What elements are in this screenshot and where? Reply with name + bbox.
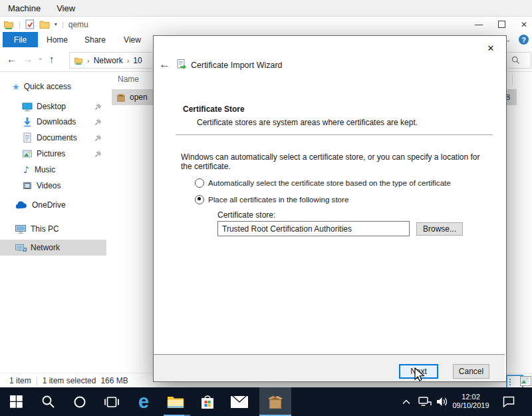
sidebar-item-downloads[interactable]: Downloads [0, 114, 106, 130]
this-pc-icon [15, 224, 27, 234]
back-button[interactable]: ← [7, 54, 17, 64]
file-explorer-taskbar-icon[interactable] [160, 387, 192, 416]
sidebar-item-label: Desktop [37, 102, 66, 111]
tab-view[interactable]: View [117, 32, 148, 47]
certificate-wizard-taskbar-icon[interactable] [259, 387, 291, 416]
clock[interactable]: 12:02 09/10/2019 [450, 393, 492, 410]
radio-label: Place all certificates in the following … [208, 195, 348, 204]
search-icon [511, 56, 520, 65]
network-share-icon [3, 19, 14, 30]
qat-customize-dropdown-icon[interactable]: ▾ [55, 21, 57, 27]
address-location-icon [74, 56, 83, 65]
start-button[interactable] [0, 387, 32, 416]
up-button[interactable]: ↑ [49, 54, 55, 64]
radio-automatic-store[interactable]: Automatically select the certificate sto… [195, 178, 451, 188]
quick-access-star-icon: ★ [12, 82, 20, 92]
tab-share[interactable]: Share [79, 32, 111, 47]
certificate-store-field[interactable] [217, 221, 410, 236]
sidebar-item-label: Documents [37, 133, 77, 142]
tab-file[interactable]: File [3, 32, 38, 47]
sidebar-item-documents[interactable]: Documents [0, 130, 106, 146]
file-item-row[interactable]: open [112, 89, 157, 105]
close-window-button[interactable]: ✕ [513, 17, 532, 32]
pin-icon [94, 118, 102, 126]
radio-unchecked-icon [195, 178, 204, 188]
pin-icon [94, 134, 102, 142]
downloads-icon [22, 116, 33, 127]
crumb-separator-icon: › [127, 57, 130, 65]
cortana-button[interactable] [64, 387, 96, 416]
music-note-icon: ♪ [23, 164, 29, 175]
help-button[interactable]: ? [519, 35, 529, 45]
package-file-icon [116, 93, 126, 103]
sidebar-item-videos[interactable]: Videos [0, 178, 106, 194]
pin-icon [94, 103, 102, 110]
task-view-button[interactable] [96, 387, 128, 416]
browse-button[interactable]: Browse... [416, 222, 463, 236]
selection-size: 166 MB [100, 376, 128, 385]
breadcrumb-network[interactable]: Network [94, 56, 123, 65]
selection-count: 1 item selected [43, 376, 96, 385]
radio-checked-icon [195, 195, 204, 204]
sidebar-item-desktop[interactable]: Desktop [0, 99, 106, 114]
sidebar-item-label: Music [35, 165, 55, 174]
status-divider [37, 377, 37, 385]
forward-button[interactable]: → [23, 54, 33, 64]
pictures-icon [22, 148, 33, 159]
taskbar: e 12:02 09/10/2019 [0, 387, 532, 416]
screen: { "vm_menu": { "machine": "Machine", "vi… [0, 0, 532, 416]
sidebar-item-this-pc[interactable]: This PC [0, 221, 106, 237]
properties-qat-icon[interactable] [25, 19, 35, 29]
window-title: qemu [68, 20, 88, 29]
tab-home[interactable]: Home [41, 32, 73, 47]
maximize-button[interactable] [490, 17, 513, 32]
documents-icon [22, 132, 33, 143]
tray-volume-icon[interactable] [434, 387, 451, 416]
certificate-store-label: Certificate store: [217, 210, 275, 220]
sidebar-item-label: Pictures [37, 149, 65, 158]
sidebar-item-music[interactable]: ♪ Music [0, 162, 106, 178]
vm-menu-machine[interactable]: Machine [0, 0, 49, 16]
breadcrumb-host[interactable]: 10 [133, 56, 142, 65]
sidebar-item-network[interactable]: Network [0, 240, 106, 256]
sidebar-item-onedrive[interactable]: OneDrive [0, 197, 106, 213]
wizard-back-button[interactable]: ← [159, 58, 170, 71]
taskbar-search-button[interactable] [32, 387, 64, 416]
minimize-button[interactable]: — [467, 17, 490, 32]
radio-place-in-store[interactable]: Place all certificates in the following … [195, 194, 348, 204]
videos-icon [22, 180, 33, 191]
action-center-icon[interactable] [497, 387, 520, 416]
next-button[interactable]: Next [399, 364, 438, 379]
tray-chevron-up-icon[interactable] [398, 387, 415, 416]
crumb-separator-icon: › [87, 57, 90, 65]
divider [176, 134, 493, 135]
vm-menu-view[interactable]: View [49, 0, 83, 16]
sidebar-item-label: This PC [31, 224, 59, 234]
recent-locations-chevron-icon[interactable]: ⌄ [37, 53, 43, 62]
sidebar-item-pictures[interactable]: Pictures [0, 146, 106, 162]
maximize-icon [498, 21, 505, 28]
clock-time: 12:02 [450, 393, 492, 401]
sidebar-item-quick-access[interactable]: ★ Quick access [0, 79, 106, 95]
new-folder-qat-icon[interactable] [39, 20, 50, 29]
desktop-icon [22, 101, 33, 112]
mail-icon[interactable] [223, 387, 255, 416]
wizard-step-description: Certificate stores are system areas wher… [197, 118, 418, 127]
dialog-close-button[interactable]: ✕ [482, 41, 499, 55]
edge-icon[interactable]: e [128, 387, 160, 416]
icons-view-toggle[interactable] [520, 376, 531, 386]
cancel-button[interactable]: Cancel [453, 364, 489, 379]
column-header-name[interactable]: Name [118, 75, 139, 84]
sidebar-item-label: Network [31, 243, 60, 252]
explorer-titlebar: | ▾ | qemu — ✕ [0, 17, 532, 32]
separator: | [19, 21, 21, 29]
edge-letter: e [138, 391, 149, 413]
certificate-wizard-icon [176, 59, 188, 70]
wizard-intro-text: Windows can automatically select a certi… [181, 152, 488, 171]
file-name: open [130, 93, 148, 102]
column-separator[interactable] [512, 75, 513, 85]
microsoft-store-icon[interactable] [192, 387, 223, 416]
tray-network-icon[interactable] [416, 387, 434, 416]
sidebar-item-label: Downloads [37, 117, 76, 126]
items-count: 1 item [9, 376, 31, 385]
